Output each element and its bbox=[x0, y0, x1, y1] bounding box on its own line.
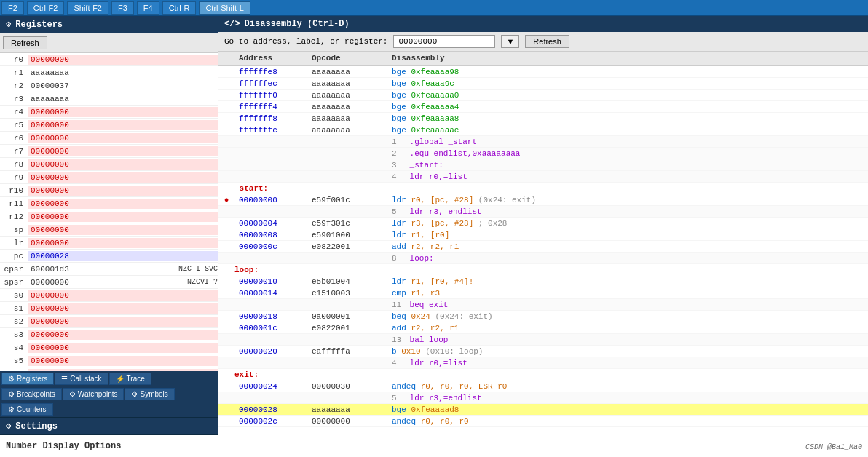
disasm-label-row: _start: bbox=[218, 183, 868, 194]
reg-value-r10[interactable]: 00000000 bbox=[28, 186, 218, 196]
toolbar-btn-shift-f2[interactable]: Shift-F2 bbox=[67, 1, 108, 15]
registers-icon: ⚙ bbox=[6, 19, 11, 30]
reg-name-r11: r11 bbox=[0, 199, 28, 208]
di-opcode: e0822001 bbox=[307, 323, 387, 333]
di-address: 00000004 bbox=[234, 218, 307, 228]
di-opcode: e0822001 bbox=[307, 242, 387, 252]
di-opcode bbox=[307, 397, 387, 399]
instr: bge bbox=[392, 126, 406, 135]
line-num: 1 bbox=[392, 138, 405, 146]
addr-ref: 0xfeaaaaa0 bbox=[411, 91, 459, 100]
reg-value-r3[interactable]: aaaaaaaa bbox=[28, 94, 218, 104]
disasm-comment-row: 3 _start: bbox=[218, 159, 868, 171]
directive: loop: bbox=[410, 254, 434, 263]
reg-value-r2[interactable]: 00000037 bbox=[28, 81, 218, 91]
disasm-comment-row: 1 .global _start bbox=[218, 136, 868, 148]
tab-btn-breakpoints[interactable]: ⚙ Breakpoints bbox=[1, 388, 62, 400]
instr: bge bbox=[392, 68, 406, 76]
di-opcode bbox=[307, 164, 387, 166]
disasm-instr-row: 00000010 e5b01004 ldr r1, [r0, #4]! bbox=[218, 276, 868, 287]
reg-value-lr[interactable]: 00000000 bbox=[28, 238, 218, 248]
register-row-r2: r200000037 bbox=[0, 79, 218, 92]
reg-value-sp[interactable]: 00000000 bbox=[28, 225, 218, 235]
disasm-content[interactable]: ffffffe8 aaaaaaaa bge 0xfeaaaa98 ffffffe… bbox=[218, 66, 868, 457]
reg-value-r8[interactable]: 00000000 bbox=[28, 159, 218, 170]
reg-value-s2[interactable]: 00000000 bbox=[28, 317, 218, 327]
disasm-instr-row: ffffffec aaaaaaaa bge 0xfeaaa9c bbox=[218, 78, 868, 90]
instr: bge bbox=[392, 91, 406, 100]
col-indicator-header bbox=[218, 52, 234, 65]
disasm-label-text: loop: bbox=[218, 266, 259, 274]
di-content: add r2, r2, r1 bbox=[387, 242, 868, 252]
reg-name-cpsr: cpsr bbox=[0, 265, 28, 274]
reg-value-spsr[interactable]: 00000000 bbox=[28, 277, 184, 287]
toolbar-btn-ctrl-f2[interactable]: Ctrl-F2 bbox=[27, 1, 65, 15]
content-area: ⚙ Registers Refresh r000000000r1aaaaaaaa… bbox=[0, 16, 868, 457]
reg: r0, [pc, #28] bbox=[411, 196, 473, 204]
registers-toolbar: Refresh bbox=[0, 33, 218, 53]
di-content: 5 ldr r3,=endlist bbox=[387, 207, 868, 217]
reg-value-s5[interactable]: 00000000 bbox=[28, 356, 218, 366]
registers-table: r000000000r1aaaaaaaar200000037r3aaaaaaaa… bbox=[0, 53, 218, 371]
reg-name-s5: s5 bbox=[0, 357, 28, 365]
di-address bbox=[234, 339, 307, 341]
tab-icon-counters: ⚙ bbox=[8, 405, 15, 413]
reg-value-r5[interactable]: 00000000 bbox=[28, 120, 218, 130]
di-content: bge 0xfeaaaaa8 bbox=[387, 114, 868, 124]
reg-value-r12[interactable]: 00000000 bbox=[28, 212, 218, 222]
reg-value-r4[interactable]: 00000000 bbox=[28, 107, 218, 117]
disasm-refresh-button[interactable]: Refresh bbox=[525, 35, 569, 48]
reg-value-s1[interactable]: 00000000 bbox=[28, 303, 218, 314]
register-row-sp: sp00000000 bbox=[0, 223, 218, 237]
register-row-r3: r3aaaaaaaa bbox=[0, 92, 218, 106]
toolbar-btn-ctrl-r[interactable]: Ctrl-R bbox=[162, 1, 197, 15]
di-address: 00000024 bbox=[234, 381, 307, 392]
tab-btn-watchpoints[interactable]: ⚙ Watchpoints bbox=[63, 388, 125, 400]
reg-value-s0[interactable]: 00000000 bbox=[28, 290, 218, 301]
goto-label: Go to address, label, or register: bbox=[224, 37, 387, 46]
tab-btn-symbols[interactable]: ⚙ Symbols bbox=[125, 388, 174, 400]
registers-refresh-button[interactable]: Refresh bbox=[3, 36, 47, 49]
reg-value-s3[interactable]: 00000000 bbox=[28, 330, 218, 340]
tab-icon-call-stack: ☰ bbox=[61, 375, 68, 383]
di-content: beq 0x24 (0x24: exit) bbox=[387, 311, 868, 322]
tab-btn-counters[interactable]: ⚙ Counters bbox=[1, 403, 53, 416]
di-address: ffffffe8 bbox=[234, 67, 307, 77]
toolbar-btn-f3[interactable]: F3 bbox=[111, 1, 134, 15]
di-opcode bbox=[307, 339, 387, 341]
disasm-toolbar: Go to address, label, or register: ▼ Ref… bbox=[218, 32, 868, 52]
address-dropdown-button[interactable]: ▼ bbox=[501, 35, 519, 48]
register-row-s3: s300000000 bbox=[0, 328, 218, 341]
reg-value-pc[interactable]: 00000028 bbox=[28, 251, 218, 261]
reg-value-r9[interactable]: 00000000 bbox=[28, 172, 218, 183]
reg-value-r1[interactable]: aaaaaaaa bbox=[28, 68, 218, 78]
reg-value-s4[interactable]: 00000000 bbox=[28, 343, 218, 353]
disasm-instr-row: 00000018 0a000001 beq 0x24 (0x24: exit) bbox=[218, 311, 868, 322]
reg-value-cpsr[interactable]: 600001d3 bbox=[28, 264, 175, 274]
di-address bbox=[234, 153, 307, 154]
tab-btn-call-stack[interactable]: ☰ Call stack bbox=[55, 373, 108, 385]
reg: r1, [r0, #4]! bbox=[411, 277, 473, 286]
reg-value-r11[interactable]: 00000000 bbox=[28, 199, 218, 209]
reg-value-r0[interactable]: 00000000 bbox=[28, 55, 218, 65]
disasm-instr-row: 00000008 e5901000 ldr r1, [r0] bbox=[218, 229, 868, 241]
di-content: andeq r0, r0, r0, LSR r0 bbox=[387, 381, 868, 392]
di-content: 2 .equ endlist,0xaaaaaaaa bbox=[387, 148, 868, 159]
toolbar-btn-f4[interactable]: F4 bbox=[137, 1, 159, 15]
disasm-comment-row: 4 ldr r0,=list bbox=[218, 357, 868, 369]
reg-name-s3: s3 bbox=[0, 330, 28, 339]
toolbar-btn-f2[interactable]: F2 bbox=[1, 1, 24, 15]
tab-btn-registers[interactable]: ⚙ Registers bbox=[1, 373, 54, 385]
reg-value-r7[interactable]: 00000000 bbox=[28, 146, 218, 156]
di-content: 8 loop: bbox=[387, 253, 868, 263]
disasm-table-header: Address Opcode Disassembly bbox=[218, 52, 868, 66]
instr: ldr bbox=[392, 231, 406, 239]
di-content: ldr r0, [pc, #28] (0x24: exit) bbox=[387, 195, 868, 205]
di-address bbox=[234, 141, 307, 143]
reg-value-r6[interactable]: 00000000 bbox=[28, 133, 218, 143]
tab-btn-trace[interactable]: ⚡ Trace bbox=[109, 373, 151, 385]
address-input[interactable] bbox=[393, 35, 495, 48]
register-row-r11: r1100000000 bbox=[0, 197, 218, 210]
disasm-instr-row: 0000002c 00000000 andeq r0, r0, r0 bbox=[218, 416, 868, 427]
toolbar-btn-ctrl-shift-l[interactable]: Ctrl-Shift-L bbox=[199, 1, 250, 15]
